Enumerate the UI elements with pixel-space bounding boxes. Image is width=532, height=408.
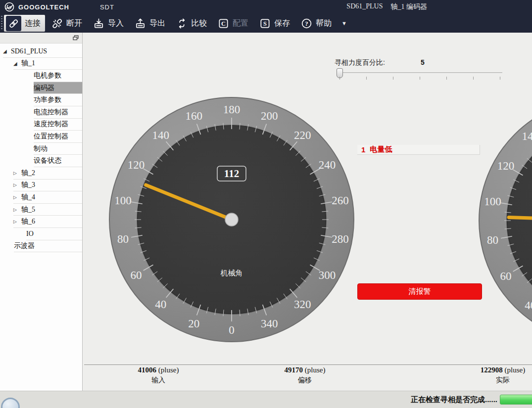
gauge-tick-label: 120	[128, 159, 145, 171]
toolbar-button-connect[interactable]: 连接	[4, 15, 45, 32]
tree-collapsed-arrow-icon[interactable]: ▷	[13, 195, 19, 200]
sidebar-item-label: 位置控制器	[34, 132, 68, 141]
readout-number: 49170	[285, 366, 303, 374]
tree-collapsed-arrow-icon[interactable]: ▷	[13, 219, 19, 224]
gauge-tick-label: 100	[114, 194, 132, 207]
gauge-tick-label: 220	[294, 129, 311, 141]
readout-label: 输入	[99, 376, 218, 385]
float-panel-icon[interactable]	[73, 35, 79, 41]
sidebar-item-label: IO	[26, 230, 34, 238]
sidebar-item-sd61-plus[interactable]: ◢SD61_PLUS	[0, 45, 82, 58]
toolbar-button-label: 导入	[108, 18, 124, 29]
readout-value: 41006 (pluse)	[99, 366, 218, 374]
sidebar-item-label: 制动	[34, 144, 48, 153]
toolbar-button-import[interactable]: 导入	[91, 15, 128, 32]
sidebar-item-label: 速度控制器	[34, 120, 68, 129]
tree-collapsed-arrow-icon[interactable]: ▷	[13, 207, 19, 212]
gauge-tick-label: 260	[332, 194, 349, 207]
toolbar-button-disconnect[interactable]: 断开	[49, 15, 87, 32]
sidebar-item-label: 电流控制器	[34, 108, 68, 117]
broken-link-icon	[51, 18, 63, 29]
header: GOOGOLTECH SDT SD61_PLUS 轴_1 编码器 连接断开导入导…	[0, 0, 532, 33]
corner-logo-icon	[1, 398, 20, 408]
slider-tick	[339, 77, 340, 80]
sidebar-item-label: 轴_4	[21, 193, 35, 202]
gauge-canvas: 0204060801001201401601802002202402602803…	[83, 33, 532, 391]
toolbar-button-export[interactable]: 导出	[133, 15, 170, 32]
toolbar-button-help[interactable]: ?帮助	[299, 15, 336, 32]
context-page: 轴_1 编码器	[391, 2, 428, 11]
tree-collapsed-arrow-icon[interactable]: ▷	[13, 171, 19, 176]
app-window: GOOGOLTECH SDT SD61_PLUS 轴_1 编码器 连接断开导入导…	[0, 0, 532, 408]
gauge-tick-label: 180	[223, 103, 241, 116]
sidebar-item-motor-params[interactable]: 电机参数	[0, 70, 82, 82]
sidebar-item-axis-1[interactable]: ◢轴_1	[0, 58, 82, 70]
app-name: SDT	[100, 3, 114, 11]
sidebar-item-encoder[interactable]: 编码器	[0, 82, 82, 94]
gauge-tick-label: 40	[155, 298, 166, 311]
readout-input: 41006 (pluse)输入	[99, 366, 218, 385]
readout-number: 122908	[481, 366, 503, 374]
sidebar-item-device-status[interactable]: 设备状态	[0, 155, 82, 167]
alarm-list-item[interactable]: 1 电量低	[357, 145, 480, 155]
sidebar-item-label: 轴_3	[21, 181, 35, 189]
phase-strength-value: 5	[421, 58, 425, 66]
svg-text:C: C	[221, 20, 226, 27]
title-row: GOOGOLTECH SDT SD61_PLUS 轴_1 编码器	[0, 0, 532, 14]
sidebar-item-label: 轴_5	[21, 205, 35, 214]
toolbar-button-compare[interactable]: 比较	[174, 15, 211, 32]
sidebar-item-io[interactable]: IO	[0, 228, 82, 240]
gauge-tick-label: 60	[500, 270, 511, 282]
progress-bar	[500, 395, 532, 405]
sidebar-header	[0, 33, 82, 44]
s-badge-icon: S	[259, 18, 271, 29]
toolbar-button-label: 配置	[233, 18, 248, 29]
sidebar-item-axis-2[interactable]: ▷轴_2	[0, 167, 82, 180]
phase-strength-label: 寻相力度百分比:	[335, 58, 385, 67]
phase-strength-slider-track[interactable]	[339, 72, 502, 74]
sidebar-item-oscilloscope[interactable]: 示波器	[0, 240, 82, 253]
gauge-tick-label: 240	[319, 159, 336, 171]
sidebar-item-axis-6[interactable]: ▷轴_6	[0, 216, 82, 228]
clear-alarm-button[interactable]: 清报警	[357, 283, 482, 300]
sidebar-item-label: 电机参数	[34, 71, 61, 80]
mechanical-angle-gauge-2: 0204060801001201401601802002202402602803…	[479, 98, 532, 343]
sidebar-item-label: 轴_6	[21, 217, 35, 226]
sidebar-item-speed-controller[interactable]: 速度控制器	[0, 119, 82, 131]
toolbar-button-label: 比较	[191, 18, 207, 29]
sidebar-item-label: 设备状态	[34, 156, 61, 165]
tree-collapsed-arrow-icon[interactable]: ▷	[13, 182, 19, 187]
sidebar: ◢SD61_PLUS◢轴_1电机参数编码器功率参数电流控制器速度控制器位置控制器…	[0, 33, 83, 391]
sidebar-item-label: 示波器	[14, 241, 35, 250]
readout-number: 41006	[138, 366, 157, 374]
toolbar-button-label: 保存	[274, 18, 290, 29]
sidebar-item-power-params[interactable]: 功率参数	[0, 94, 82, 106]
status-message: 正在检查寻相是否完成......	[411, 395, 497, 405]
gauge-tick-label: 60	[130, 269, 142, 281]
sidebar-item-axis-5[interactable]: ▷轴_5	[0, 204, 82, 216]
sidebar-item-label: 轴_2	[21, 169, 35, 178]
sidebar-item-brake[interactable]: 制动	[0, 143, 82, 155]
readout-label: 实际	[443, 376, 532, 385]
tree-expanded-arrow-icon[interactable]: ◢	[13, 61, 19, 66]
readout-unit: (pluse)	[505, 366, 526, 374]
gauge-tick-label: 100	[484, 195, 501, 208]
slider-tick	[473, 77, 474, 80]
sidebar-item-axis-4[interactable]: ▷轴_4	[0, 191, 82, 204]
toolbar-more-caret-icon[interactable]: ▼	[341, 20, 347, 26]
export-icon	[135, 18, 146, 29]
gauge-tick-label: 280	[332, 233, 349, 245]
sidebar-item-position-controller[interactable]: 位置控制器	[0, 131, 82, 143]
alarm-text: 电量低	[370, 145, 392, 154]
sidebar-item-current-controller[interactable]: 电流控制器	[0, 106, 82, 119]
gauge-tick-label: 40	[525, 299, 532, 312]
readout-label: 偏移	[245, 376, 364, 385]
tree-expanded-arrow-icon[interactable]: ◢	[3, 48, 8, 54]
readout-divider	[84, 364, 532, 365]
toolbar-button-label: 断开	[66, 18, 82, 29]
toolbar-button-save[interactable]: S保存	[257, 15, 294, 32]
readout-unit: (pluse)	[305, 366, 326, 374]
sidebar-item-axis-3[interactable]: ▷轴_3	[0, 180, 82, 192]
slider-tick	[446, 77, 447, 80]
toolbar-button-config[interactable]: C配置	[216, 15, 253, 32]
